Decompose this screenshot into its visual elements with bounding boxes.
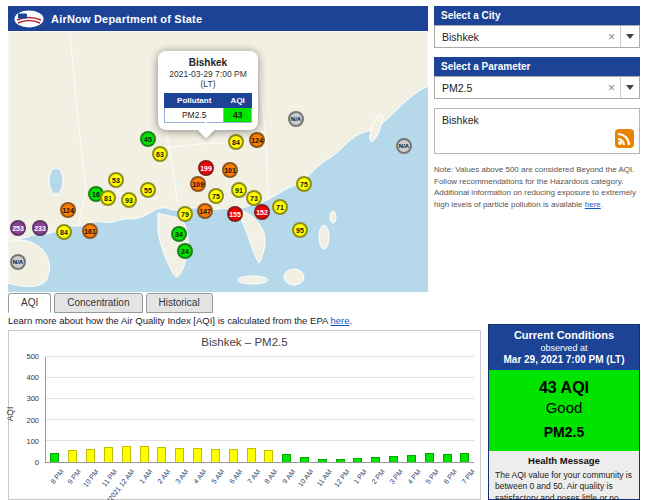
chart-bar xyxy=(50,453,59,462)
popup-aqi-value: 43 xyxy=(224,108,252,123)
rss-icon[interactable] xyxy=(615,129,634,148)
chart-x-slot: 5 PM xyxy=(420,465,438,499)
aqi-marker[interactable]: 152 xyxy=(254,204,270,220)
aqi-marker[interactable]: 63 xyxy=(152,146,168,162)
select-city-header: Select a City xyxy=(434,6,640,25)
aqi-marker[interactable]: 84 xyxy=(228,134,244,150)
chart-bar-slot xyxy=(171,357,189,462)
chart-bar-slot xyxy=(313,357,331,462)
aqi-marker[interactable]: 161 xyxy=(82,223,98,239)
aqi-marker[interactable]: 79 xyxy=(177,206,193,222)
chart-bar xyxy=(460,453,469,462)
aqi-marker[interactable]: N/A xyxy=(10,254,26,270)
chart-bar xyxy=(122,446,131,462)
chart-bar-slot xyxy=(438,357,456,462)
aqi-marker[interactable]: 34 xyxy=(171,226,187,242)
chart-bar xyxy=(443,454,452,462)
aqi-marker[interactable]: 95 xyxy=(292,222,308,238)
chart-bar xyxy=(68,450,77,462)
learn-more-link[interactable]: here xyxy=(330,315,349,326)
app-header: AirNow Department of State xyxy=(8,6,428,31)
chart-y-tick-label: 400 xyxy=(26,373,39,383)
chart-x-slot: 11 AM xyxy=(313,465,331,499)
select-parameter-header: Select a Parameter xyxy=(434,57,640,76)
aqi-parameter: PM2.5 xyxy=(489,424,639,440)
aqi-marker[interactable]: 53 xyxy=(108,172,124,188)
aqi-marker[interactable]: 75 xyxy=(208,188,224,204)
aqi-marker[interactable]: 253 xyxy=(10,220,26,236)
chart-x-slot: 3 PM xyxy=(385,465,403,499)
popup-pollutant-header: Pollutant xyxy=(165,94,224,108)
aqi-marker[interactable]: 84 xyxy=(56,224,72,240)
chart-bar-slot xyxy=(385,357,403,462)
chart-x-slot: 9 AM xyxy=(277,465,295,499)
chevron-down-icon xyxy=(626,34,634,39)
chart-bar-slot xyxy=(46,357,64,462)
aqi-marker[interactable]: 24 xyxy=(177,243,193,259)
chart-x-slot: 5 AM xyxy=(206,465,224,499)
aqi-marker[interactable]: 81 xyxy=(100,190,116,206)
chart-bar xyxy=(318,459,327,462)
chart-x-labels: 8 PM9 PM10 PM11 PM3/29/2021 12 AM1 AM2 A… xyxy=(45,465,474,499)
chart-bar xyxy=(336,459,345,462)
chart-x-slot: 12 PM xyxy=(331,465,349,499)
clear-parameter-icon[interactable]: × xyxy=(603,81,620,95)
city-select[interactable]: Bishkek × xyxy=(434,25,640,48)
chart-bars xyxy=(46,357,474,462)
chart-x-tick-label: 11 AM xyxy=(315,468,332,488)
aqi-marker[interactable]: 155 xyxy=(227,206,243,222)
tab-aqi[interactable]: AQI xyxy=(8,293,51,313)
chart-bar-slot xyxy=(456,357,474,462)
chart-y-tick-label: 200 xyxy=(26,416,39,426)
chart-bar xyxy=(193,448,202,462)
chart-bar-slot xyxy=(367,357,385,462)
chart-x-slot: 4 AM xyxy=(188,465,206,499)
aqi-marker[interactable]: 199 xyxy=(198,160,214,176)
chart-bar xyxy=(407,455,416,462)
popup-datetime: 2021-03-29 7:00 PM xyxy=(164,69,252,79)
aqi-marker[interactable]: 91 xyxy=(231,182,247,198)
aqi-marker[interactable]: 93 xyxy=(121,192,137,208)
chart-bar-slot xyxy=(403,357,421,462)
chart-bar-slot xyxy=(331,357,349,462)
aqi-marker[interactable]: 45 xyxy=(140,131,156,147)
city-select-value: Bishkek xyxy=(435,31,603,43)
tab-historical[interactable]: Historical xyxy=(146,293,213,313)
chart-x-slot: 3/29/2021 12 AM xyxy=(117,465,135,499)
chart-y-tick-label: 100 xyxy=(26,437,39,447)
chevron-down-icon xyxy=(626,85,634,90)
city-dropdown-arrow[interactable] xyxy=(620,26,639,47)
aqi-marker[interactable]: 101 xyxy=(222,162,238,178)
aqi-marker[interactable]: 233 xyxy=(32,220,48,236)
chart-bar-slot xyxy=(242,357,260,462)
chart-x-slot: 2 AM xyxy=(152,465,170,499)
parameter-select[interactable]: PM2.5 × xyxy=(434,76,640,99)
aqi-marker[interactable]: N/A xyxy=(396,138,412,154)
chart-bar xyxy=(264,450,273,462)
aqi-marker[interactable]: 124 xyxy=(249,132,265,148)
health-message-header: Health Message xyxy=(489,451,639,468)
aqi-map[interactable]: 456384124N/AN/A1991015316819355109759173… xyxy=(8,31,428,292)
aqi-marker[interactable]: 109 xyxy=(190,176,206,192)
chart-x-slot: 3 AM xyxy=(170,465,188,499)
aqi-marker[interactable]: 75 xyxy=(296,176,312,192)
learn-more-text: Learn more about how the Air Quality Ind… xyxy=(8,315,330,326)
chart-bar-slot xyxy=(189,357,207,462)
aqi-marker[interactable]: 71 xyxy=(272,199,288,215)
sidebar: Select a City Bishkek × Select a Paramet… xyxy=(434,6,640,210)
aqi-marker[interactable]: 147 xyxy=(197,203,213,219)
clear-city-icon[interactable]: × xyxy=(603,30,620,44)
aqi-marker[interactable]: 124 xyxy=(60,202,76,218)
current-conditions-title: Current Conditions xyxy=(491,329,637,341)
parameter-dropdown-arrow[interactable] xyxy=(620,77,639,98)
tab-concentration[interactable]: Concentration xyxy=(54,293,142,313)
aqi-marker[interactable]: N/A xyxy=(288,111,304,127)
chart-x-tick-label: 7 PM xyxy=(460,468,476,485)
chart-x-slot: 4 PM xyxy=(403,465,421,499)
popup-city: Bishkek xyxy=(164,57,252,68)
current-conditions-panel: Current Conditions observed at Mar 29, 2… xyxy=(488,324,640,500)
aqi-note: Note: Values above 500 are considered Be… xyxy=(434,164,640,210)
note-link[interactable]: here xyxy=(585,200,601,209)
aqi-marker[interactable]: 55 xyxy=(140,182,156,198)
chart-bar xyxy=(425,453,434,462)
